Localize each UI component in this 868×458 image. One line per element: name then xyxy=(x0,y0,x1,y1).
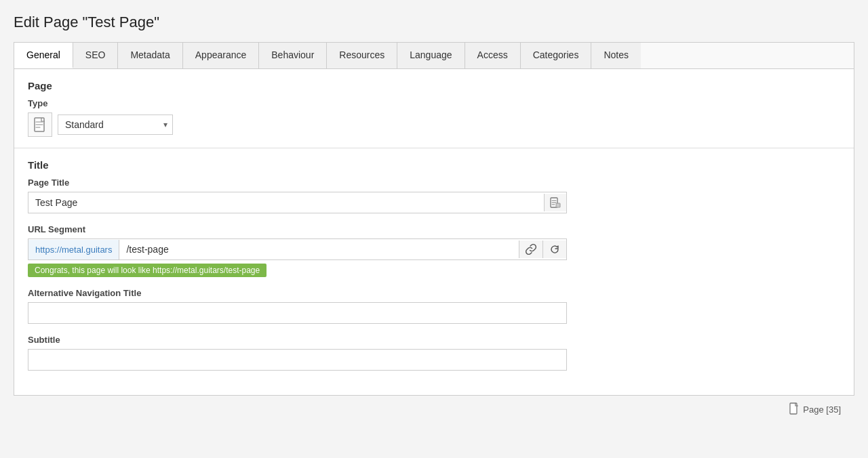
page-title-icon-btn[interactable] xyxy=(544,194,566,211)
content-area: Page Type Standard External URL Module A xyxy=(14,68,854,396)
url-success-message: Congrats, this page will look like https… xyxy=(28,264,267,277)
url-refresh-btn[interactable] xyxy=(542,241,566,258)
footer-page-icon xyxy=(789,402,799,417)
tab-notes[interactable]: Notes xyxy=(591,43,641,68)
url-segment-group: URL Segment https://metal.guitars xyxy=(28,224,840,277)
page-section: Page Type Standard External URL Module A xyxy=(14,69,854,148)
page-type-icon xyxy=(28,112,52,137)
tabs-bar: General SEO Metadata Appearance Behaviou… xyxy=(14,42,854,68)
type-row: Standard External URL Module Alias ▾ xyxy=(28,112,840,137)
tab-appearance[interactable]: Appearance xyxy=(183,43,260,68)
tab-general[interactable]: General xyxy=(14,43,73,68)
tab-behaviour[interactable]: Behaviour xyxy=(259,43,327,68)
page-section-title: Page xyxy=(28,80,840,91)
title-section-title: Title xyxy=(28,159,840,171)
tab-categories[interactable]: Categories xyxy=(521,43,592,68)
url-prefix: https://metal.guitars xyxy=(28,240,119,259)
page-title-input-wrapper xyxy=(28,192,567,213)
title-section: Title Page Title URL Segment https://met… xyxy=(14,148,854,381)
page-title: Edit Page "Test Page" xyxy=(14,14,854,31)
subtitle-group: Subtitle xyxy=(28,335,840,371)
type-label: Type xyxy=(28,98,840,108)
url-path-input[interactable] xyxy=(119,239,519,259)
footer-page-text: Page [35] xyxy=(803,404,841,415)
tab-resources[interactable]: Resources xyxy=(327,43,397,68)
page-title-label: Page Title xyxy=(28,178,840,188)
subtitle-label: Subtitle xyxy=(28,335,840,345)
page-title-input[interactable] xyxy=(28,192,544,213)
type-select-wrapper: Standard External URL Module Alias ▾ xyxy=(58,114,173,135)
url-row: https://metal.guitars xyxy=(28,238,567,260)
tab-seo[interactable]: SEO xyxy=(73,43,119,68)
alt-nav-title-input[interactable] xyxy=(28,302,567,324)
tab-language[interactable]: Language xyxy=(397,43,465,68)
url-segment-label: URL Segment xyxy=(28,224,840,234)
alt-nav-group: Alternative Navigation Title xyxy=(28,288,840,324)
tab-access[interactable]: Access xyxy=(465,43,521,68)
tab-metadata[interactable]: Metadata xyxy=(118,43,182,68)
page-wrapper: Edit Page "Test Page" General SEO Metada… xyxy=(0,0,868,458)
url-link-btn[interactable] xyxy=(519,241,542,258)
svg-rect-2 xyxy=(556,203,560,207)
alt-nav-title-label: Alternative Navigation Title xyxy=(28,288,840,298)
type-select[interactable]: Standard External URL Module Alias xyxy=(58,114,173,135)
page-footer: Page [35] xyxy=(14,396,854,423)
subtitle-input[interactable] xyxy=(28,349,567,371)
